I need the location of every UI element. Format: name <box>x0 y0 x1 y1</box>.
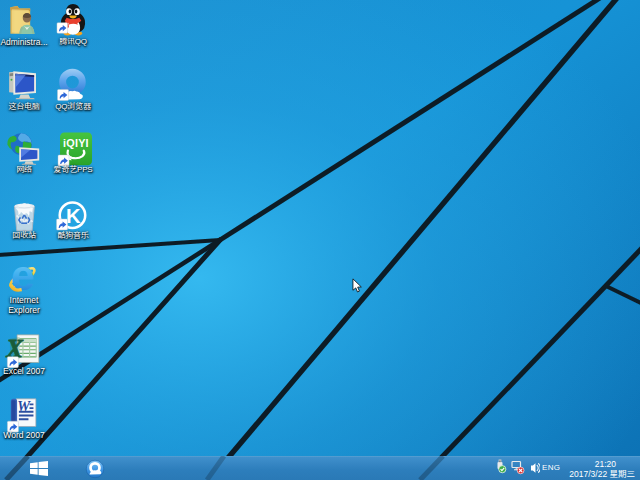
svg-text:e: e <box>11 252 35 299</box>
svg-text:K: K <box>66 205 81 227</box>
svg-text:W: W <box>17 398 31 414</box>
svg-text:iQIYI: iQIYI <box>63 137 89 149</box>
